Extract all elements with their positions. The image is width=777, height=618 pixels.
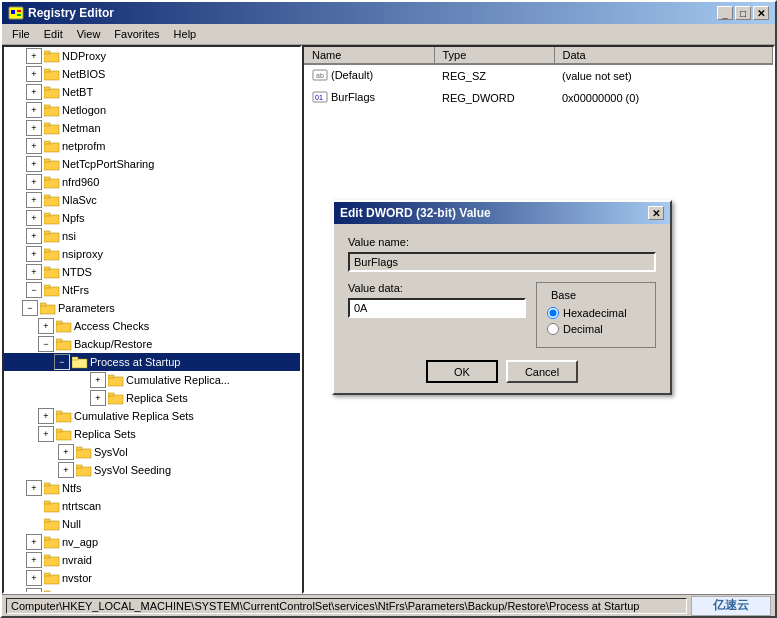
tree-item-netlogon[interactable]: + Netlogon <box>4 101 300 119</box>
menu-file[interactable]: File <box>6 26 36 42</box>
svg-rect-40 <box>108 377 123 386</box>
tree-item-sysvol[interactable]: + SysVol <box>4 443 300 461</box>
menu-view[interactable]: View <box>71 26 107 42</box>
svg-rect-61 <box>44 555 50 558</box>
dialog-close-button[interactable]: ✕ <box>648 206 664 220</box>
tree-item-sysvol-seeding[interactable]: + SysVol Seeding <box>4 461 300 479</box>
tree-item-netman[interactable]: + Netman <box>4 119 300 137</box>
expand-nvstor[interactable]: + <box>26 570 42 586</box>
expand-ntfrs[interactable]: − <box>26 282 42 298</box>
tree-item-nfrd960[interactable]: + nfrd960 <box>4 173 300 191</box>
tree-item-nsiproxy[interactable]: + nsiproxy <box>4 245 300 263</box>
folder-icon-ntds <box>44 265 60 279</box>
expand-access-checks[interactable]: + <box>38 318 54 334</box>
tree-item-nsi[interactable]: + nsi <box>4 227 300 245</box>
tree-item-nvraid[interactable]: + nvraid <box>4 551 300 569</box>
tree-item-cumulative-replica-1[interactable]: + Cumulative Replica... <box>4 371 300 389</box>
table-row[interactable]: 01 BurFlags REG_DWORD 0x00000000 (0) <box>304 87 773 109</box>
svg-rect-16 <box>44 161 59 170</box>
expand-ntds[interactable]: + <box>26 264 42 280</box>
tree-item-backup-restore[interactable]: − Backup/Restore <box>4 335 300 353</box>
tree-item-nvstor[interactable]: + nvstor <box>4 569 300 587</box>
tree-item-netbt[interactable]: + NetBT <box>4 83 300 101</box>
tree-item-npfs[interactable]: + Npfs <box>4 209 300 227</box>
expand-netbt[interactable]: + <box>26 84 42 100</box>
expand-process-at-startup[interactable]: − <box>54 354 70 370</box>
expand-netman[interactable]: + <box>26 120 42 136</box>
expand-netlogon[interactable]: + <box>26 102 42 118</box>
expand-ntfs[interactable]: + <box>26 480 42 496</box>
svg-rect-18 <box>44 179 59 188</box>
expand-replica-sets-1[interactable]: + <box>90 390 106 406</box>
tree-item-replica-sets-1[interactable]: + Replica Sets <box>4 389 300 407</box>
tree-item-ntfs[interactable]: + Ntfs <box>4 479 300 497</box>
tree-label-cumulative-replica-1: Cumulative Replica... <box>126 374 230 386</box>
ok-button[interactable]: OK <box>426 360 498 383</box>
minimize-button[interactable]: _ <box>717 6 733 20</box>
tree-label-nv-agp: nv_agp <box>62 536 98 548</box>
menu-help[interactable]: Help <box>168 26 203 42</box>
expand-uhci1394[interactable]: + <box>26 588 42 592</box>
folder-icon-npfs <box>44 211 60 225</box>
tree-item-null[interactable]: Null <box>4 515 300 533</box>
radio-decimal[interactable]: Decimal <box>547 323 645 335</box>
expand-npfs[interactable]: + <box>26 210 42 226</box>
tree-item-cumulative-replica-sets[interactable]: + Cumulative Replica Sets <box>4 407 300 425</box>
value-name-input[interactable] <box>348 252 656 272</box>
maximize-button[interactable]: □ <box>735 6 751 20</box>
expand-cumulative-replica-sets[interactable]: + <box>38 408 54 424</box>
tree-label-access-checks: Access Checks <box>74 320 149 332</box>
svg-rect-12 <box>44 125 59 134</box>
tree-item-uhci1394[interactable]: + uhci1394 <box>4 587 300 592</box>
value-data-input[interactable] <box>348 298 526 318</box>
expand-sysvol[interactable]: + <box>58 444 74 460</box>
expand-nv-agp[interactable]: + <box>26 534 42 550</box>
cancel-button[interactable]: Cancel <box>506 360 578 383</box>
tree-item-process-at-startup[interactable]: − Process at Startup <box>4 353 300 371</box>
expand-netprofm[interactable]: + <box>26 138 42 154</box>
tree-item-netbios[interactable]: + NetBIOS <box>4 65 300 83</box>
folder-icon-cumulative-replica-1 <box>108 373 124 387</box>
tree-item-replica-sets-2[interactable]: + Replica Sets <box>4 425 300 443</box>
expand-ndproxy[interactable]: + <box>26 48 42 64</box>
tree-item-ntfrs[interactable]: − NtFrs <box>4 281 300 299</box>
expand-sysvol-seeding[interactable]: + <box>58 462 74 478</box>
expand-parameters[interactable]: − <box>22 300 38 316</box>
tree-scroll[interactable]: + NDProxy + NetBIOS <box>4 47 300 592</box>
tree-item-nlasvc[interactable]: + NlaSvc <box>4 191 300 209</box>
expand-cumulative-replica-1[interactable]: + <box>90 372 106 388</box>
expand-netbios[interactable]: + <box>26 66 42 82</box>
svg-rect-3 <box>17 14 21 16</box>
table-row[interactable]: ab (Default) REG_SZ (value not set) <box>304 64 773 87</box>
close-button[interactable]: ✕ <box>753 6 769 20</box>
expand-backup-restore[interactable]: − <box>38 336 54 352</box>
radio-hexadecimal[interactable]: Hexadecimal <box>547 307 645 319</box>
tree-item-ndproxy[interactable]: + NDProxy <box>4 47 300 65</box>
expand-nettcpportsharing[interactable]: + <box>26 156 42 172</box>
tree-item-ntds[interactable]: + NTDS <box>4 263 300 281</box>
expand-nvraid[interactable]: + <box>26 552 42 568</box>
tree-item-parameters[interactable]: − Parameters <box>4 299 300 317</box>
radio-dec-input[interactable] <box>547 323 559 335</box>
expand-nsi[interactable]: + <box>26 228 42 244</box>
tree-label-ndproxy: NDProxy <box>62 50 106 62</box>
radio-hex-input[interactable] <box>547 307 559 319</box>
tree-item-access-checks[interactable]: + Access Checks <box>4 317 300 335</box>
svg-rect-24 <box>44 233 59 242</box>
folder-icon-sysvol-seeding <box>76 463 92 477</box>
tree-label-netman: Netman <box>62 122 101 134</box>
svg-text:01: 01 <box>315 94 323 101</box>
expand-nsiproxy[interactable]: + <box>26 246 42 262</box>
value-data-section: Value data: <box>348 282 526 318</box>
menu-favorites[interactable]: Favorites <box>108 26 165 42</box>
svg-rect-62 <box>44 575 59 584</box>
menu-edit[interactable]: Edit <box>38 26 69 42</box>
tree-item-ntrtscan[interactable]: ntrtscan <box>4 497 300 515</box>
folder-icon-nsiproxy <box>44 247 60 261</box>
expand-nfrd960[interactable]: + <box>26 174 42 190</box>
expand-replica-sets-2[interactable]: + <box>38 426 54 442</box>
tree-item-netprofm[interactable]: + netprofm <box>4 137 300 155</box>
tree-item-nettcpportsharing[interactable]: + NetTcpPortSharing <box>4 155 300 173</box>
expand-nlasvc[interactable]: + <box>26 192 42 208</box>
tree-item-nv-agp[interactable]: + nv_agp <box>4 533 300 551</box>
